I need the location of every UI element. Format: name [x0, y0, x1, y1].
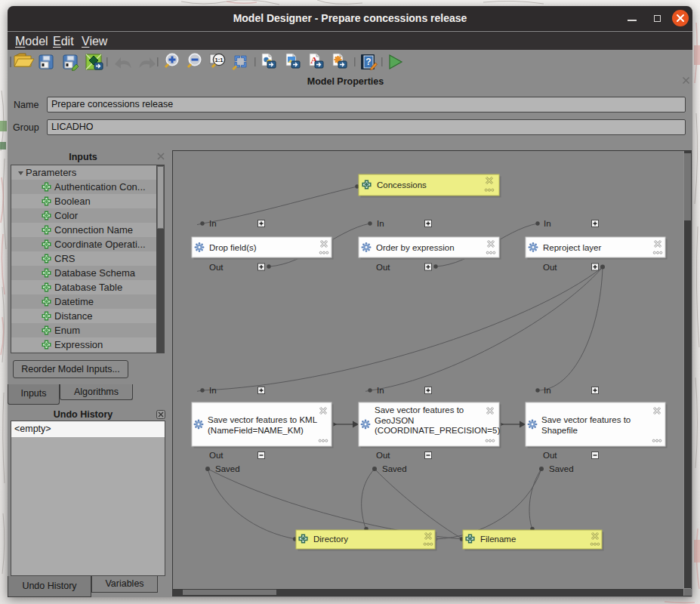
svg-text:Drop field(s): Drop field(s)	[209, 243, 257, 252]
svg-text:?: ?	[365, 57, 371, 67]
svg-text:(NameField=NAME_KM): (NameField=NAME_KM)	[208, 426, 304, 435]
svg-text:Save vector features to: Save vector features to	[541, 415, 631, 424]
svg-text:In: In	[209, 386, 217, 395]
svg-text:Saved: Saved	[549, 464, 574, 473]
svg-text:(COORDINATE_PRECISION=5): (COORDINATE_PRECISION=5)	[375, 426, 500, 435]
svg-text:GeoJSON: GeoJSON	[375, 416, 414, 425]
svg-text:Save vector features to KML: Save vector features to KML	[208, 415, 318, 424]
svg-text:Out: Out	[543, 263, 557, 272]
svg-text:In: In	[544, 386, 551, 395]
svg-text:Order by expression: Order by expression	[376, 243, 455, 252]
svg-text:Out: Out	[209, 263, 224, 272]
svg-text:In: In	[377, 386, 384, 395]
svg-text:Concessions: Concessions	[377, 180, 427, 190]
svg-text:Out: Out	[543, 451, 557, 460]
svg-text:Reproject layer: Reproject layer	[543, 243, 602, 252]
svg-text:In: In	[377, 219, 384, 228]
svg-text:Shapefile: Shapefile	[541, 426, 578, 435]
svg-text:Out: Out	[376, 263, 390, 272]
svg-text:Saved: Saved	[215, 464, 240, 473]
svg-text:Out: Out	[209, 451, 224, 460]
svg-text:1:1: 1:1	[215, 57, 224, 63]
svg-text:Save vector features to: Save vector features to	[375, 405, 464, 414]
svg-text:Directory: Directory	[313, 535, 348, 544]
svg-text:Filename: Filename	[480, 535, 516, 544]
svg-text:In: In	[544, 219, 551, 228]
svg-text:In: In	[209, 219, 217, 228]
svg-text:Out: Out	[376, 451, 390, 460]
svg-text:Saved: Saved	[382, 464, 407, 473]
